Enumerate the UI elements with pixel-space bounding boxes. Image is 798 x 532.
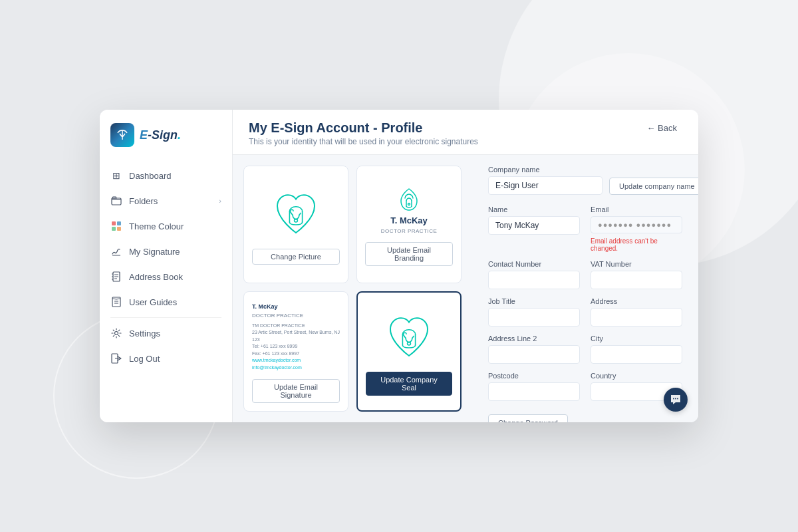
address-label: Address xyxy=(591,297,682,305)
city-label: City xyxy=(591,334,682,342)
sidebar-item-label: Address Book xyxy=(129,272,183,282)
page-header: My E-Sign Account - Profile This is your… xyxy=(233,110,698,155)
update-email-branding-button[interactable]: Update Email Branding xyxy=(365,242,453,266)
city-group: City xyxy=(591,334,682,364)
name-label: Name xyxy=(488,205,580,213)
sidebar-item-signature[interactable]: My Signature xyxy=(100,239,232,264)
sidebar: E-Sign. Dashboard Folders › xyxy=(100,110,233,422)
email-branding-card: T. McKay DOCTOR PRACTICE Update Email Br… xyxy=(356,166,462,283)
doctor-logo-svg xyxy=(269,188,323,241)
address-group: Address xyxy=(591,297,682,327)
email-label: Email xyxy=(591,205,682,213)
job-title-label: Job Title xyxy=(488,297,580,305)
email-signature-card: T. McKay DOCTOR PRACTICE TM DOCTOR PRACT… xyxy=(243,291,348,412)
company-name-section: Company name Update company name xyxy=(488,166,682,195)
contact-vat-row: Contact Number VAT Number xyxy=(488,260,682,289)
change-picture-button[interactable]: Change Picture xyxy=(252,249,340,265)
city-input[interactable] xyxy=(591,345,682,364)
profile-cards: Change Picture T. McKay xyxy=(233,155,472,422)
main-content: My E-Sign Account - Profile This is your… xyxy=(233,110,698,422)
email-brand-name: T. McKay xyxy=(390,215,428,225)
sidebar-item-label: Dashboard xyxy=(129,171,172,181)
contact-number-group: Contact Number xyxy=(488,260,580,289)
name-email-row: Name Email ●●●●●●● ●●●●●●● Email address… xyxy=(488,205,682,252)
sidebar-item-label: User Guides xyxy=(129,297,177,307)
email-signature-preview: T. McKay DOCTOR PRACTICE TM DOCTOR PRACT… xyxy=(252,303,340,371)
svg-point-23 xyxy=(408,342,411,345)
update-company-name-button[interactable]: Update company name xyxy=(609,178,698,195)
company-seal-svg xyxy=(382,311,436,364)
sidebar-item-label: Folders xyxy=(129,196,158,206)
email-note: Email address can't be changed. xyxy=(591,237,682,252)
logo-icon xyxy=(110,123,134,147)
folders-icon xyxy=(110,195,122,207)
chat-bubble[interactable] xyxy=(664,388,688,412)
profile-picture-card: Change Picture xyxy=(243,166,348,283)
dashboard-icon xyxy=(110,170,122,182)
user-guides-icon xyxy=(110,296,122,308)
sidebar-item-dashboard[interactable]: Dashboard xyxy=(100,163,232,188)
svg-line-21 xyxy=(299,213,301,215)
jobtitle-address-row: Job Title Address xyxy=(488,297,682,327)
email-brand-logo-svg xyxy=(396,186,422,213)
address-line2-group: Address Line 2 xyxy=(488,334,580,364)
logo-text: E-Sign. xyxy=(140,128,181,142)
sidebar-item-theme[interactable]: Theme Colour xyxy=(100,213,232,239)
contact-number-input[interactable] xyxy=(488,271,580,289)
sidebar-item-logout[interactable]: Log Out xyxy=(100,346,232,371)
job-title-group: Job Title xyxy=(488,297,580,327)
sidebar-item-address-book[interactable]: Address Book xyxy=(100,264,232,289)
header-text: My E-Sign Account - Profile This is your… xyxy=(249,120,478,146)
update-email-signature-button[interactable]: Update Email Signature xyxy=(252,379,340,403)
svg-line-25 xyxy=(412,336,414,338)
vat-number-group: VAT Number xyxy=(591,260,682,289)
address-book-icon xyxy=(110,271,122,283)
vat-number-input[interactable] xyxy=(591,271,682,289)
sidebar-item-label: Log Out xyxy=(129,354,160,364)
name-group: Name xyxy=(488,205,580,252)
job-title-input[interactable] xyxy=(488,308,580,327)
change-password-button[interactable]: Change Password xyxy=(488,414,568,422)
sidebar-item-folders[interactable]: Folders › xyxy=(100,188,232,213)
vat-number-label: VAT Number xyxy=(591,260,682,268)
sidebar-item-label: Settings xyxy=(129,329,160,338)
address-line2-label: Address Line 2 xyxy=(488,334,580,342)
address-line2-input[interactable] xyxy=(488,345,580,364)
postcode-label: Postcode xyxy=(488,372,580,380)
svg-rect-3 xyxy=(112,227,116,231)
email-display: ●●●●●●● ●●●●●●● xyxy=(591,216,682,233)
contact-number-label: Contact Number xyxy=(488,260,580,268)
email-group: Email ●●●●●●● ●●●●●●● Email address can'… xyxy=(591,205,682,252)
svg-point-16 xyxy=(115,332,118,335)
chevron-right-icon: › xyxy=(219,197,221,205)
update-company-seal-button[interactable]: Update Company Seal xyxy=(366,372,452,396)
page-title: My E-Sign Account - Profile xyxy=(249,120,478,136)
postcode-group: Postcode xyxy=(488,372,580,401)
svg-point-19 xyxy=(295,219,298,222)
email-brand-sub: DOCTOR PRACTICE xyxy=(381,228,438,234)
sidebar-item-settings[interactable]: Settings xyxy=(100,321,232,346)
back-button[interactable]: ← Back xyxy=(641,120,682,136)
svg-rect-4 xyxy=(117,227,121,231)
address-input[interactable] xyxy=(591,308,682,327)
theme-icon xyxy=(110,220,122,232)
app-window: E-Sign. Dashboard Folders › xyxy=(100,110,698,422)
signature-icon xyxy=(110,245,122,257)
sidebar-item-user-guides[interactable]: User Guides xyxy=(100,289,232,315)
svg-rect-1 xyxy=(112,221,116,225)
svg-rect-2 xyxy=(117,221,121,225)
svg-point-28 xyxy=(677,398,678,400)
company-name-input[interactable] xyxy=(488,176,602,195)
company-seal-card: Update Company Seal xyxy=(356,291,462,412)
postcode-country-row: Postcode Country xyxy=(488,372,682,401)
postcode-input[interactable] xyxy=(488,382,580,401)
svg-point-27 xyxy=(675,398,676,400)
page-subtitle: This is your identity that will be used … xyxy=(249,137,478,146)
svg-point-26 xyxy=(673,398,674,400)
nav-divider xyxy=(110,317,221,318)
country-label: Country xyxy=(591,372,682,380)
profile-form: Company name Update company name Name Em… xyxy=(472,155,698,422)
logout-icon xyxy=(110,352,122,364)
name-input[interactable] xyxy=(488,216,580,235)
address2-city-row: Address Line 2 City xyxy=(488,334,682,364)
